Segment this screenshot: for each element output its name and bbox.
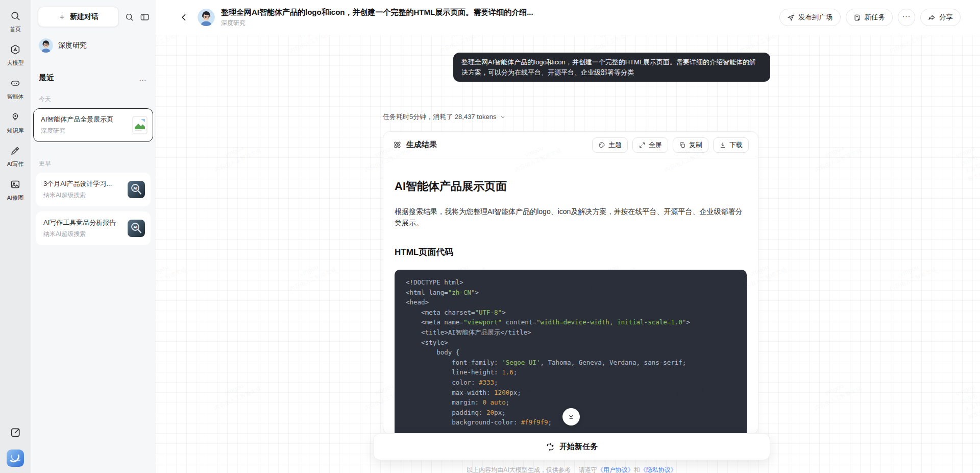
search-icon: [125, 12, 134, 22]
chat-history-item[interactable]: 3个月AI产品设计学习... 纳米AI超级搜索 AI: [36, 173, 151, 206]
watermark: vmgou内容由人工智能生成: [209, 374, 262, 412]
group-label-earlier: 更早: [39, 159, 148, 168]
code-line: <head>: [406, 297, 736, 308]
publish-to-square-button[interactable]: 发布到广场: [779, 9, 841, 26]
watermark: vmgou内容由人工智能生成: [434, 35, 487, 55]
watermark: vmgou内容由人工智能生成: [884, 35, 938, 55]
document-title: AI智能体产品展示页面: [395, 179, 747, 194]
agent-name: 深度研究: [58, 41, 87, 50]
code-line: <!DOCTYPE html>: [406, 277, 736, 288]
page-thumbnail-icon: [132, 116, 148, 134]
copy-icon: [679, 141, 686, 149]
task-canvas: vmgou内容由人工智能生成vmgou内容由人工智能生成vmgou内容由人工智能…: [156, 35, 980, 473]
agent-avatar: [39, 38, 53, 53]
new-chat-button[interactable]: 新建对话: [38, 7, 119, 27]
panel-toggle-icon: [140, 12, 150, 22]
rail-item-label: AI修图: [7, 194, 23, 202]
recent-menu-button[interactable]: …: [139, 76, 148, 81]
footer-disclaimer: 以上内容均由AI大模型生成，仅供参考请遵守《用户协议》和《隐私协议》: [373, 466, 770, 473]
chat-item-subtitle: 纳米AI超级搜索: [43, 230, 124, 239]
watermark: vmgou内容由人工智能生成: [809, 374, 863, 412]
code-line: margin: 0 auto;: [406, 397, 736, 408]
result-card: 生成结果 主题 全屏 复制: [383, 131, 758, 435]
code-line: <meta name="viewport" content="width=dev…: [406, 317, 736, 327]
agent-deep-research[interactable]: 深度研究: [39, 38, 148, 53]
chat-history-item[interactable]: AI写作工具竞品分析报告 纳米AI超级搜索 AI: [36, 211, 151, 245]
code-line: font-family: 'Segoe UI', Tahoma, Geneva,…: [406, 358, 736, 368]
fullscreen-button[interactable]: 全屏: [632, 137, 668, 153]
topbar: 整理全网AI智能体产品的logo和icon，并创建一个完整的HTML展示页面。需…: [156, 0, 980, 35]
start-new-task-button[interactable]: 开始新任务: [373, 433, 770, 460]
ai-search-thumbnail-icon: AI: [128, 220, 145, 237]
watermark: vmgou内容由人工智能生成: [209, 136, 262, 174]
chat-item-title: 3个月AI产品设计学习...: [43, 179, 124, 188]
sidebar: 新建对话 深度研究 最近 … 今天 AI智能体产品全景展示页 深度研究 更: [31, 0, 156, 473]
svg-text:AI: AI: [133, 186, 137, 191]
chevron-down-icon: [500, 114, 506, 120]
agent-avatar: [198, 9, 215, 26]
expand-icon: [639, 141, 646, 149]
scroll-to-bottom-button[interactable]: [562, 408, 580, 425]
watermark: vmgou内容由人工智能生成: [809, 136, 863, 174]
rail-item-knowledge[interactable]: 知识库: [7, 111, 24, 134]
watermark: vmgou内容由人工智能生成: [156, 255, 187, 293]
task-title: 整理全网AI智能体产品的logo和icon，并创建一个完整的HTML展示页面。需…: [221, 8, 773, 17]
new-task-button[interactable]: 新任务: [846, 9, 893, 26]
pencil-icon: [10, 145, 21, 158]
compose-icon[interactable]: [10, 427, 21, 440]
privacy-agreement-link[interactable]: 《隐私协议》: [640, 466, 677, 473]
rail-item-label: 知识库: [7, 127, 24, 134]
rail-item-ai-writing[interactable]: AI写作: [7, 145, 23, 168]
watermark: vmgou内容由人工智能生成: [954, 144, 980, 184]
download-icon: [719, 141, 726, 149]
nav-rail: 首页 大模型 智能体 知识库 AI写作 AI修图: [0, 0, 31, 473]
chevron-left-icon: [179, 12, 189, 22]
search-icon: [10, 10, 21, 23]
recent-heading: 最近: [39, 73, 54, 83]
sidebar-search-button[interactable]: [125, 12, 134, 22]
main-area: 整理全网AI智能体产品的logo和icon，并创建一个完整的HTML展示页面。需…: [156, 0, 980, 473]
user-agreement-link[interactable]: 《用户协议》: [597, 466, 634, 473]
watermark: vmgou内容由人工智能生成: [284, 35, 337, 55]
restart-task-icon: [546, 442, 555, 452]
group-label-today: 今天: [39, 95, 148, 104]
app-root: 首页 大模型 智能体 知识库 AI写作 AI修图: [0, 0, 980, 473]
app-logo[interactable]: [7, 450, 24, 467]
chat-item-title: AI智能体产品全景展示页: [41, 115, 128, 124]
collapse-panel-button[interactable]: [140, 12, 150, 22]
rail-item-label: 大模型: [7, 59, 24, 67]
code-line: body {: [406, 347, 736, 358]
robot-agent-icon: [10, 78, 21, 91]
lightbulb-plus-icon: [10, 111, 21, 125]
more-options-button[interactable]: ···: [898, 9, 915, 26]
chat-history-item[interactable]: AI智能体产品全景展示页 深度研究: [33, 108, 153, 142]
code-line: max-width: 1200px;: [406, 388, 736, 398]
result-panel-title: 生成结果: [406, 140, 437, 150]
rail-item-home[interactable]: 首页: [10, 10, 21, 33]
share-button[interactable]: 分享: [920, 9, 961, 26]
task-subtitle: 深度研究: [221, 19, 773, 28]
user-message-bubble: 整理全网AI智能体产品的logo和icon，并创建一个完整的HTML展示页面。需…: [453, 53, 770, 82]
theme-button[interactable]: 主题: [592, 137, 628, 153]
task-meta-toggle[interactable]: 任务耗时5分钟，消耗了 28,437 tokens: [383, 112, 506, 122]
hexagon-model-icon: [10, 44, 21, 57]
watermark: vmgou内容由人工智能生成: [954, 382, 980, 422]
code-line: color: #333;: [406, 377, 736, 388]
rail-item-label: 首页: [10, 26, 21, 33]
watermark: vmgou内容由人工智能生成: [284, 255, 337, 293]
scroll-bottom-icon: [567, 413, 575, 421]
ai-search-thumbnail-icon: AI: [128, 181, 145, 198]
document-plus-icon: [853, 14, 861, 21]
rail-item-ai-retouch[interactable]: AI修图: [7, 179, 23, 202]
watermark: vmgou内容由人工智能生成: [156, 35, 187, 55]
back-button[interactable]: [177, 10, 191, 25]
new-chat-label: 新建对话: [70, 12, 99, 21]
download-button[interactable]: 下载: [713, 137, 749, 153]
code-line: <style>: [406, 338, 736, 348]
rail-item-agents[interactable]: 智能体: [7, 78, 24, 101]
rail-item-label: AI写作: [7, 160, 23, 168]
copy-button[interactable]: 复制: [673, 137, 708, 153]
image-icon: [10, 179, 21, 192]
palette-icon: [598, 141, 605, 149]
rail-item-models[interactable]: 大模型: [7, 44, 24, 67]
